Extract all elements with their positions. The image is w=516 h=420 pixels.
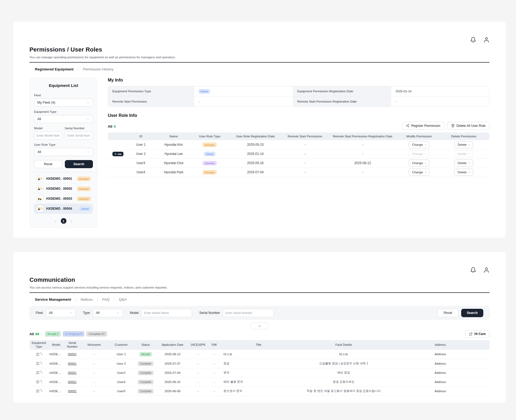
model-input[interactable] xyxy=(141,309,192,317)
hi-care-button[interactable]: Hi Care xyxy=(465,330,490,338)
equipment-list-item[interactable]: HXDEMO . 00003 Manager xyxy=(34,194,93,204)
change-button[interactable]: Change› xyxy=(409,169,429,176)
register-permission-button[interactable]: Register Permission xyxy=(402,122,444,130)
chevron-right-icon: › xyxy=(425,152,426,156)
tab-permission-history[interactable]: Permission History xyxy=(83,67,113,71)
serial-number-input[interactable] xyxy=(223,309,274,317)
chevron-down-icon xyxy=(258,324,262,328)
col-modify-permission: Modify Permission xyxy=(400,133,438,140)
owner-badge: Owner xyxy=(199,89,210,94)
serial-number-link[interactable]: 00001 xyxy=(68,353,76,356)
my-info-heading: My Info xyxy=(108,78,490,83)
page-title: Permissions / User Roles xyxy=(29,46,490,53)
cell-reg-date: 2025-01-14 xyxy=(226,149,285,158)
wheel-loader-icon xyxy=(36,195,44,202)
my-info-label: Equipment Permission Registration Date xyxy=(293,86,391,96)
pagination-prev-icon[interactable]: ‹ xyxy=(55,219,56,223)
permissions-panel: Permissions / User Roles You can manage … xyxy=(13,22,506,238)
change-button[interactable]: Change› xyxy=(409,141,429,148)
serial-number-link[interactable]: 00001 xyxy=(68,380,76,384)
col-title: Title xyxy=(221,340,296,350)
external-link-icon xyxy=(469,332,473,336)
serial-number-link[interactable]: 00001 xyxy=(68,389,76,393)
delete-button[interactable]: Delete› xyxy=(454,160,473,167)
header-actions xyxy=(29,22,490,43)
type-select[interactable]: All xyxy=(93,309,123,317)
cell-model: HXDEMO xyxy=(48,387,64,396)
cell-fault-details: 긴급출동 점검 | 승강장치 신청 내역 1 xyxy=(296,359,391,368)
cell-application-date: 2025-07-07 xyxy=(156,359,189,368)
cell-spn: - xyxy=(189,377,207,387)
tab-notices[interactable]: Notices xyxy=(81,297,93,302)
delete-all-user-role-label: Delete All User Role xyxy=(457,124,485,128)
fleet-select[interactable]: All xyxy=(46,309,76,317)
cell-spn: - xyxy=(189,387,207,396)
model-input[interactable] xyxy=(34,131,62,140)
equipment-list-item[interactable]: HXDEMO . 00002 Manager xyxy=(34,184,93,194)
delete-label: Delete xyxy=(458,171,467,174)
serial-number-input[interactable] xyxy=(65,131,93,140)
serial-number-link[interactable]: 00001 xyxy=(68,362,76,365)
cell-spn: - xyxy=(189,350,207,359)
excavator-icon xyxy=(29,368,48,377)
cell-title: 온도센서 문의 xyxy=(221,387,296,396)
role-badge: Owner xyxy=(204,152,215,156)
delete-button[interactable]: Delete› xyxy=(454,141,473,148)
chevron-right-icon: › xyxy=(469,161,470,165)
reset-button[interactable]: Reset xyxy=(437,309,458,317)
equipment-list-item[interactable]: HXDEMO . 00001 Manager xyxy=(34,174,93,184)
equipment-name: HXDEMO . 00001 xyxy=(46,177,75,181)
page-subtitle: You can manage operating permissions for… xyxy=(29,56,490,59)
notification-bell-icon[interactable] xyxy=(470,37,476,43)
search-button[interactable]: Search xyxy=(461,309,483,317)
sidebar-divider xyxy=(30,172,97,172)
cell-fmi: - xyxy=(207,387,221,396)
change-label: Change xyxy=(412,143,423,146)
tab-faq[interactable]: FAQ xyxy=(102,297,109,302)
notification-bell-icon[interactable] xyxy=(470,267,476,273)
table-row: User3 Hyundai Choi Operator 2025-05-16 -… xyxy=(108,158,490,168)
my-info-table: Equipment Permission Type Owner Equipmen… xyxy=(108,86,490,107)
table-header-row: ID Name User Role Type User Role Registr… xyxy=(108,133,490,140)
change-button[interactable]: Change› xyxy=(409,160,429,167)
pagination-page-1[interactable]: 1 xyxy=(61,218,66,224)
chevron-right-icon: › xyxy=(469,152,470,156)
collapse-filters-button[interactable] xyxy=(251,323,269,329)
equipment-list-item-selected[interactable]: HXDEMO . 00004 Owner xyxy=(34,204,93,214)
reset-button[interactable]: Reset xyxy=(34,160,62,168)
user-role-type-select[interactable]: All xyxy=(34,148,93,156)
tab-divider xyxy=(97,298,98,301)
cell-id: User 2 xyxy=(128,149,154,158)
excavator-icon xyxy=(29,387,48,396)
filter-bar: Fleet All Type All Model Serial Number R… xyxy=(29,306,490,320)
profile-icon[interactable] xyxy=(483,37,490,43)
chevron-down-icon xyxy=(116,311,120,314)
equipment-type-select[interactable]: All xyxy=(34,115,93,123)
serial-number-link[interactable]: 00001 xyxy=(68,371,76,374)
communication-panel: Communication You can access various sup… xyxy=(13,252,506,403)
tab-registered-equipment[interactable]: Registered Equipment xyxy=(35,67,73,71)
search-button[interactable]: Search xyxy=(65,160,93,168)
serial-number-label: Serial Number xyxy=(199,311,220,315)
header-divider xyxy=(29,292,490,293)
delete-all-user-role-button[interactable]: Delete All User Role xyxy=(447,122,490,130)
page: { "colors": { "navy": "#1a2433", "green"… xyxy=(0,0,516,420)
cell-application-date: 2025-07-04 xyxy=(156,368,189,377)
equipment-type-select-value: All xyxy=(37,117,41,121)
equipment-list-title: Equipment List xyxy=(34,83,93,88)
pagination-next-icon[interactable]: › xyxy=(71,219,72,223)
fleet-select[interactable]: My Fleet (4) xyxy=(34,99,93,107)
col-nickname: Nickname xyxy=(81,340,108,350)
cell-name: Hyundai Choi xyxy=(154,158,194,168)
my-info-label: Remote Start Permission xyxy=(108,96,194,106)
service-table: Equipment Type Model Serial Number Nickn… xyxy=(29,340,490,396)
table-row: HXDEMO 00001 - User4 Complete 2025-06-15… xyxy=(29,377,490,387)
delete-button[interactable]: Delete› xyxy=(454,169,473,176)
tab-qna[interactable]: Q&A xyxy=(119,297,127,302)
cell-title: 배선 불량 문의 xyxy=(221,377,296,387)
tab-service-management[interactable]: Service Management xyxy=(35,297,71,302)
type-select-value: All xyxy=(96,311,100,315)
cell-application-date: 2025-06-09 xyxy=(156,387,189,396)
profile-icon[interactable] xyxy=(483,267,490,273)
my-info-label: Remote Start Permission Registration Dat… xyxy=(293,96,391,106)
